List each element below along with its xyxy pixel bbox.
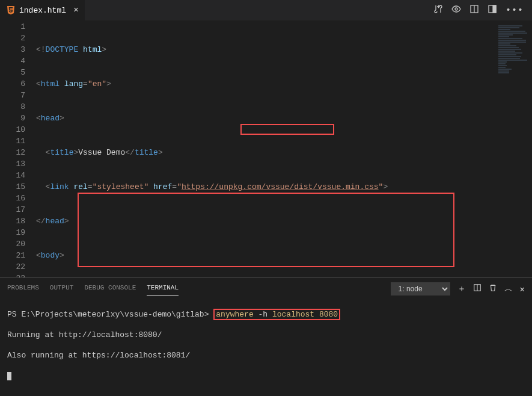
svg-point-0 [455, 8, 457, 10]
file-html-icon [6, 5, 16, 15]
split-editor-icon[interactable] [488, 4, 497, 17]
maximize-panel-icon[interactable]: ︿ [504, 283, 513, 294]
panel-tabbar: PROBLEMS OUTPUT DEBUG CONSOLE TERMINAL 1… [0, 277, 532, 295]
terminal-prompt: PS E:\Projects\meteorlxy\vssue-demo\gitl… [7, 310, 209, 319]
panel-tab-debug[interactable]: DEBUG CONSOLE [84, 284, 136, 295]
terminal[interactable]: PS E:\Projects\meteorlxy\vssue-demo\gitl… [0, 295, 532, 396]
highlight-box-script-src [240, 124, 334, 135]
more-icon[interactable]: ••• [506, 5, 524, 16]
panel-tab-terminal[interactable]: TERMINAL [147, 284, 179, 295]
file-tab-index-html[interactable]: index.html × [0, 0, 85, 21]
close-panel-icon[interactable]: ✕ [520, 284, 525, 294]
terminal-cursor [7, 372, 11, 380]
split-terminal-icon[interactable] [473, 283, 482, 294]
close-tab-icon[interactable]: × [73, 5, 79, 16]
editor-tabbar: index.html × ••• [0, 0, 532, 21]
open-changes-icon[interactable] [469, 4, 479, 17]
svg-rect-3 [493, 5, 496, 13]
tab-title: index.html [19, 6, 66, 15]
line-number-gutter: 1234567891011121314151617181920212223242… [0, 21, 36, 277]
compare-changes-icon[interactable] [433, 4, 443, 17]
kill-terminal-icon[interactable] [489, 283, 497, 294]
code-editor[interactable]: 1234567891011121314151617181920212223242… [0, 21, 532, 277]
panel-tab-output[interactable]: OUTPUT [50, 284, 74, 295]
open-preview-icon[interactable] [451, 4, 461, 17]
terminal-selector[interactable]: 1: node [391, 282, 450, 295]
new-terminal-icon[interactable]: ＋ [457, 283, 466, 294]
terminal-output-line: Also running at https://localhost:8081/ [7, 350, 525, 360]
terminal-output-line: Running at http://localhost:8080/ [7, 330, 525, 340]
highlight-box-terminal-cmd: anywhere -h localhost 8080 [213, 309, 340, 320]
code-area[interactable]: <!DOCTYPE html> <html lang="en"> <head> … [36, 21, 532, 277]
panel-tab-problems[interactable]: PROBLEMS [7, 284, 39, 295]
tag-html: html [41, 79, 60, 88]
editor-actions: ••• [433, 4, 532, 17]
